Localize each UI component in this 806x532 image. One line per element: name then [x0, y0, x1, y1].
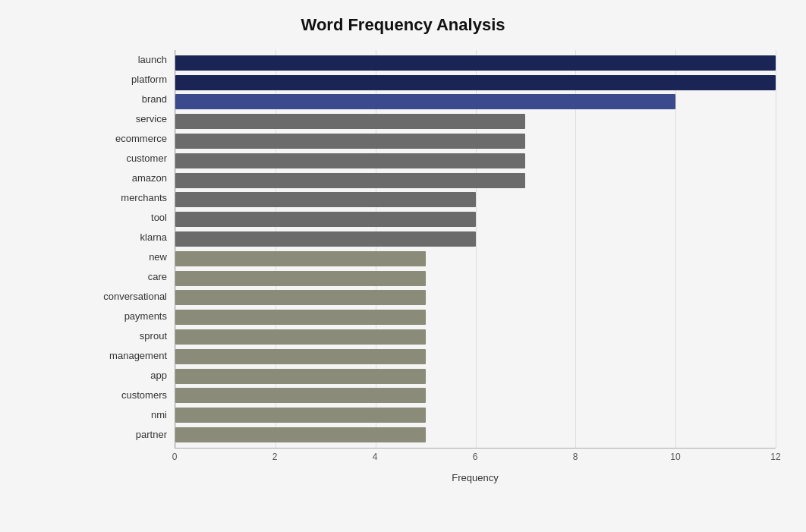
- y-axis-label: management: [91, 345, 175, 365]
- bar-fill: [175, 408, 426, 423]
- bar-row: [175, 367, 776, 386]
- x-tick: 10: [670, 452, 680, 462]
- bar-fill: [175, 75, 776, 90]
- bar-row: [175, 112, 776, 131]
- bar-fill: [175, 251, 426, 266]
- y-axis-label: sprout: [91, 326, 175, 345]
- bar-row: [175, 327, 776, 347]
- bar-row: [175, 288, 776, 308]
- bar-fill: [175, 310, 426, 325]
- y-axis-label: platform: [91, 70, 175, 90]
- y-axis-label: tool: [91, 208, 175, 228]
- bar-row: [175, 93, 776, 112]
- grid-line: [776, 50, 776, 448]
- bar-row: [175, 190, 776, 210]
- bar-row: [175, 269, 776, 288]
- y-axis-label: partner: [91, 424, 175, 444]
- y-axis-label: care: [91, 266, 175, 286]
- bar-row: [175, 229, 776, 249]
- bar-fill: [175, 94, 675, 109]
- x-tick: 8: [573, 452, 578, 462]
- x-tick: 0: [172, 452, 178, 462]
- bar-fill: [175, 212, 476, 227]
- x-tick: 4: [373, 452, 378, 462]
- bars-container: [175, 50, 776, 448]
- y-axis-label: customer: [91, 149, 175, 168]
- bar-fill: [175, 349, 426, 364]
- bar-fill: [175, 329, 426, 345]
- bar-fill: [175, 153, 525, 168]
- bar-row: [175, 307, 776, 327]
- y-axis-label: launch: [91, 50, 175, 70]
- bar-row: [175, 386, 776, 406]
- y-axis-label: service: [91, 109, 175, 129]
- y-axis-label: conversational: [91, 286, 175, 306]
- x-axis: 024681012: [175, 448, 776, 471]
- bar-row: [175, 425, 776, 445]
- chart-container: Word Frequency Analysis launchplatformbr…: [0, 0, 806, 532]
- y-axis-labels: launchplatformbrandserviceecommercecusto…: [91, 50, 175, 448]
- x-tick: 12: [770, 452, 780, 462]
- y-axis-label: brand: [91, 90, 175, 109]
- plot-area: [175, 50, 776, 448]
- bar-fill: [175, 192, 476, 207]
- bar-row: [175, 347, 776, 367]
- y-axis-label: payments: [91, 306, 175, 326]
- bar-row: [175, 151, 776, 171]
- bar-row: [175, 171, 776, 190]
- bar-fill: [175, 271, 426, 286]
- x-tick: 2: [272, 452, 278, 462]
- bar-fill: [175, 134, 525, 149]
- y-axis-label: amazon: [91, 168, 175, 188]
- bar-row: [175, 73, 776, 93]
- bar-row: [175, 209, 776, 229]
- bar-fill: [175, 290, 426, 305]
- y-axis-label: klarna: [91, 228, 175, 247]
- bar-fill: [175, 173, 525, 188]
- bar-fill: [175, 369, 426, 384]
- y-axis-label: new: [91, 247, 175, 267]
- bar-fill: [175, 114, 525, 129]
- y-axis-label: nmi: [91, 405, 175, 424]
- bar-row: [175, 53, 776, 73]
- bar-row: [175, 405, 776, 425]
- x-axis-label: Frequency: [175, 472, 776, 483]
- bar-row: [175, 249, 776, 269]
- bar-fill: [175, 388, 426, 403]
- bar-fill: [175, 231, 476, 247]
- chart-title: Word Frequency Analysis: [30, 15, 776, 35]
- y-axis-label: ecommerce: [91, 129, 175, 149]
- bar-row: [175, 131, 776, 151]
- y-axis-label: customers: [91, 385, 175, 405]
- bar-fill: [175, 55, 776, 71]
- y-axis-label: merchants: [91, 188, 175, 208]
- x-tick: 6: [473, 452, 478, 462]
- bar-fill: [175, 427, 426, 442]
- y-axis-label: app: [91, 365, 175, 385]
